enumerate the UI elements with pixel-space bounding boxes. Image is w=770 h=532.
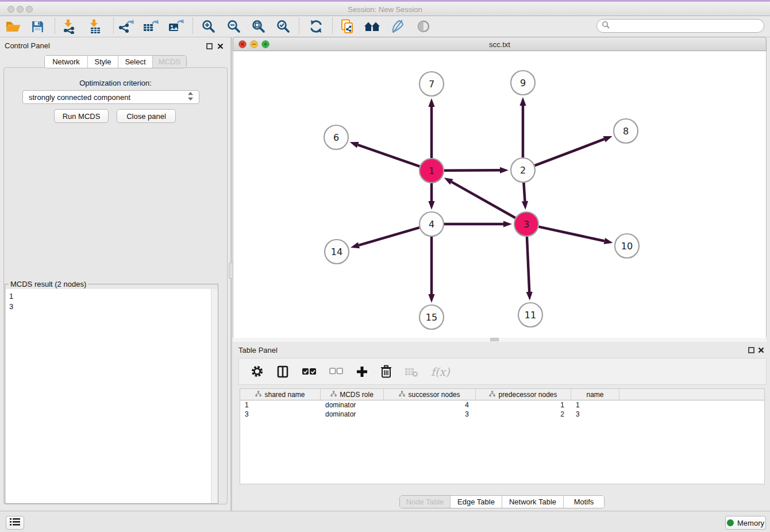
tab-edge-table[interactable]: Edge Table (451, 496, 502, 508)
panel-splitter[interactable] (230, 37, 232, 511)
main-toolbar (0, 16, 770, 37)
clone-network-icon[interactable] (338, 17, 357, 36)
table-cell[interactable]: 3 (571, 410, 619, 419)
toolbar-separator (55, 18, 55, 34)
edge-arrowhead (604, 238, 613, 244)
tab-style[interactable]: Style (88, 56, 118, 68)
mcds-result-groupbox: MCDS result (2 nodes) 13 (5, 284, 218, 504)
home-icon[interactable] (363, 17, 382, 36)
network-graph[interactable]: 1234678910111415 (233, 51, 766, 338)
tab-motifs[interactable]: Motifs (564, 496, 604, 508)
graph-edge-4-14[interactable] (359, 228, 419, 245)
memory-button-label: Memory (737, 519, 764, 527)
tab-network[interactable]: Network (45, 56, 88, 68)
add-column-icon[interactable] (356, 366, 368, 377)
style-painter-icon[interactable] (388, 17, 407, 36)
export-table-icon[interactable] (141, 17, 160, 36)
table-row[interactable]: 1dominator411 (240, 400, 764, 410)
graph-node-label: 4 (429, 219, 434, 230)
mac-titlebar: Session: New Session (0, 2, 770, 16)
network-canvas[interactable]: 1234678910111415 (233, 51, 767, 338)
network-window-titlebar[interactable]: scc.txt (233, 37, 767, 51)
graph-node-label: 2 (520, 165, 526, 176)
tab-node-table[interactable]: Node Table (400, 496, 451, 508)
save-session-icon[interactable] (28, 17, 47, 36)
import-table-icon[interactable] (85, 17, 105, 36)
function-builder-icon[interactable]: f(x) (431, 365, 450, 378)
shared-column-icon (255, 391, 261, 399)
table-cell[interactable]: 3 (384, 410, 476, 419)
table-cell[interactable]: dominator (321, 400, 384, 410)
search-input[interactable] (596, 19, 764, 33)
memory-status-icon (727, 519, 734, 526)
toolbar-separator (192, 18, 193, 34)
column-header-successor-nodes[interactable]: successor nodes (384, 389, 476, 400)
optimization-criterion-select[interactable]: strongly connected component (22, 90, 199, 104)
resize-handle[interactable] (490, 338, 499, 341)
control-panel-tabs: NetworkStyleSelectMCDS (44, 55, 187, 68)
control-panel-title: Control Panel (5, 41, 50, 50)
open-session-icon[interactable] (3, 17, 23, 36)
memory-button[interactable]: Memory (725, 516, 766, 530)
table-cell[interactable]: 3 (240, 410, 321, 419)
graph-node-label: 1 (429, 165, 434, 176)
table-cell[interactable]: 1 (571, 400, 619, 410)
network-window-bottom (233, 338, 767, 342)
table-close-panel-icon[interactable] (757, 346, 765, 354)
export-image-icon[interactable] (166, 17, 186, 36)
hide-graphics-details-icon[interactable] (414, 17, 433, 36)
mcds-result-lines: 13 (6, 289, 218, 312)
export-network-icon[interactable] (116, 17, 136, 36)
float-panel-icon[interactable] (205, 42, 213, 50)
graph-edge-3-10[interactable] (538, 227, 604, 241)
control-panel: Control Panel NetworkStyleSelectMCDS Opt… (0, 37, 231, 511)
tab-network-table[interactable]: Network Table (502, 496, 564, 508)
edge-arrowhead (428, 294, 434, 303)
zoom-in-icon[interactable] (199, 17, 218, 36)
table-cell[interactable]: 2 (476, 410, 571, 419)
column-header-predecessor-nodes[interactable]: predecessor nodes (476, 389, 571, 400)
toolbar-separator (299, 18, 299, 34)
refresh-layout-icon[interactable] (306, 17, 326, 36)
run-mcds-button[interactable]: Run MCDS (54, 109, 109, 123)
graph-edge-1-6[interactable] (358, 145, 419, 167)
select-stepper-icon (188, 92, 193, 102)
table-settings-gear-icon[interactable] (251, 365, 264, 378)
close-panel-icon[interactable] (216, 42, 224, 50)
column-header-MCDS-role[interactable]: MCDS role (321, 389, 384, 400)
delete-table-icon[interactable] (405, 367, 418, 377)
table-cell[interactable]: 4 (384, 400, 476, 410)
show-panels-list-button[interactable] (6, 516, 24, 530)
select-all-columns-icon[interactable] (302, 368, 317, 376)
result-scrollbar[interactable] (211, 289, 218, 503)
zoom-selected-icon[interactable] (274, 17, 293, 36)
table-cell[interactable]: dominator (321, 410, 384, 419)
deselect-all-columns-icon[interactable] (329, 368, 344, 375)
node-table-body: 1dominator4113dominator323 (240, 400, 764, 419)
search-icon (602, 21, 610, 31)
tab-mcds[interactable]: MCDS (153, 56, 186, 68)
graph-edge-1-2[interactable] (444, 170, 500, 171)
mcds-result-list[interactable]: 13 (6, 289, 218, 503)
close-panel-button[interactable]: Close panel (117, 109, 176, 123)
graph-edge-2-3[interactable] (523, 183, 525, 201)
graph-edge-3-1[interactable] (452, 182, 515, 218)
table-float-panel-icon[interactable] (747, 346, 755, 354)
edge-arrowhead (428, 201, 434, 210)
column-header-shared-name[interactable]: shared name (240, 389, 321, 400)
graph-edge-2-8[interactable] (535, 139, 605, 165)
column-header-name[interactable]: name (571, 389, 619, 400)
zoom-out-icon[interactable] (224, 17, 244, 36)
table-row[interactable]: 3dominator323 (240, 410, 764, 419)
zoom-fit-icon[interactable] (249, 17, 268, 36)
result-line: 3 (6, 302, 218, 312)
table-cell[interactable]: 1 (240, 400, 321, 410)
column-visibility-icon[interactable] (276, 365, 289, 378)
import-network-icon[interactable] (59, 17, 79, 36)
tab-select[interactable]: Select (118, 56, 153, 68)
graph-node-label: 10 (621, 241, 633, 252)
delete-column-icon[interactable] (380, 365, 392, 378)
graph-node-label: 15 (426, 312, 437, 323)
graph-edge-3-11[interactable] (527, 237, 529, 292)
table-cell[interactable]: 1 (476, 400, 571, 410)
